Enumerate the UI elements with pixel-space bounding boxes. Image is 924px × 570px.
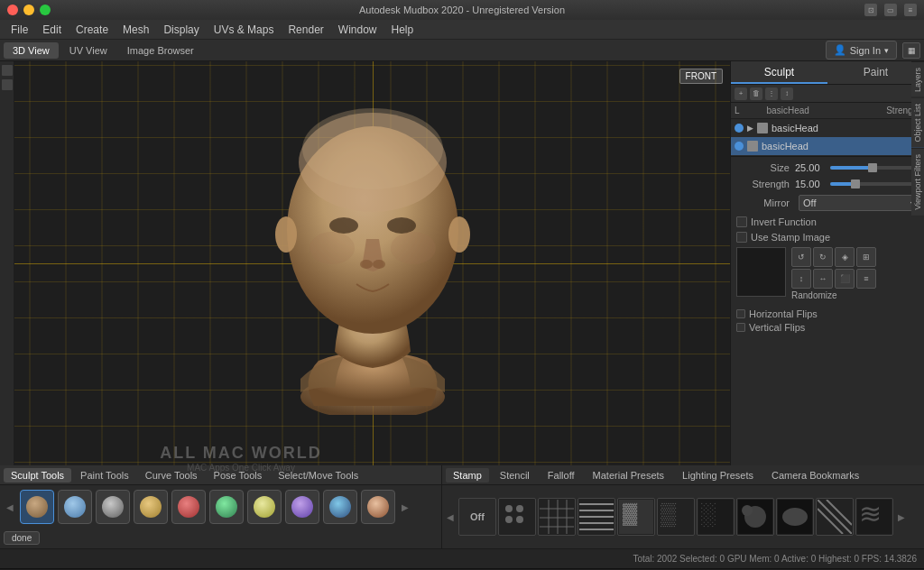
stamp-tab-falloff[interactable]: Falloff bbox=[541, 468, 582, 483]
layer-row-1[interactable]: ▶ basicHead bbox=[731, 119, 924, 137]
stamp-item-lines1[interactable] bbox=[578, 498, 615, 536]
off-label: Off bbox=[470, 511, 485, 522]
layers-toolbar: + 🗑 ⋮ ↕ bbox=[731, 85, 924, 103]
menu-help[interactable]: Help bbox=[384, 22, 421, 38]
side-tab-object-list[interactable]: Object List bbox=[911, 97, 924, 148]
stamp-tab-stamp[interactable]: Stamp bbox=[446, 468, 489, 483]
tools-scroll-right[interactable]: ▶ bbox=[399, 502, 411, 512]
left-strip-btn-1[interactable] bbox=[2, 65, 13, 76]
stamp-tab-stencil[interactable]: Stencil bbox=[493, 468, 537, 483]
stamp-item-blotch2[interactable] bbox=[776, 498, 814, 536]
sculpt-tool-wax[interactable] bbox=[361, 490, 395, 524]
stamp-item-noise2[interactable]: ▒ bbox=[657, 498, 695, 536]
v-flip-checkbox[interactable] bbox=[736, 323, 745, 332]
more-icon[interactable]: ≡ bbox=[904, 4, 917, 16]
layer-visibility-icon[interactable] bbox=[735, 124, 744, 133]
menu-mesh[interactable]: Mesh bbox=[116, 22, 156, 38]
tool-tab-sculpt[interactable]: Sculpt Tools bbox=[4, 468, 71, 483]
add-layer-btn[interactable]: + bbox=[735, 87, 747, 100]
svg-point-14 bbox=[505, 516, 513, 523]
sculpt-tool-push[interactable] bbox=[134, 490, 168, 524]
tool-tab-select[interactable]: Select/Move Tools bbox=[271, 468, 365, 483]
tools-scroll-left[interactable]: ◀ bbox=[4, 502, 16, 512]
stamp-item-noise1[interactable]: ▓ bbox=[617, 498, 655, 536]
prop-invert-checkbox[interactable] bbox=[736, 216, 747, 227]
tab-3d-view[interactable]: 3D View bbox=[4, 42, 59, 59]
sculpt-tool-invert[interactable] bbox=[323, 490, 357, 524]
menu-file[interactable]: File bbox=[4, 22, 35, 38]
side-tab-viewport-filters[interactable]: Viewport Filters bbox=[911, 148, 924, 216]
layer-mesh-icon-2 bbox=[747, 141, 758, 152]
menu-window[interactable]: Window bbox=[331, 22, 384, 38]
sculpt-tool-relax[interactable] bbox=[96, 490, 130, 524]
screen-icon[interactable]: ⊡ bbox=[864, 4, 877, 16]
stamp-ctrl-3[interactable]: ◈ bbox=[835, 247, 855, 267]
layer-row-2[interactable]: basicHead bbox=[731, 137, 924, 155]
tool-tab-paint[interactable]: Paint Tools bbox=[73, 468, 136, 483]
layer-expand-icon[interactable]: ▶ bbox=[747, 124, 753, 133]
layer-visibility-icon-2[interactable] bbox=[735, 142, 744, 151]
stamp-item-blotch1[interactable] bbox=[736, 498, 774, 536]
tab-sculpt[interactable]: Sculpt bbox=[731, 61, 827, 84]
stamp-tab-lighting[interactable]: Lighting Presets bbox=[675, 468, 761, 483]
prop-stamp-checkbox[interactable] bbox=[736, 232, 747, 243]
sculpt-tool-erase[interactable] bbox=[247, 490, 282, 524]
stamp-item-dots[interactable] bbox=[498, 498, 536, 536]
menu-uvs[interactable]: UVs & Maps bbox=[207, 22, 282, 38]
menu-display[interactable]: Display bbox=[156, 22, 206, 38]
delete-layer-btn[interactable]: 🗑 bbox=[750, 87, 762, 100]
stamp-item-wave[interactable]: ≋ bbox=[855, 498, 893, 536]
done-button[interactable]: done bbox=[4, 531, 40, 545]
prop-invert-row: Invert Function bbox=[736, 216, 919, 227]
menu-create[interactable]: Create bbox=[69, 22, 116, 38]
stamp-ctrl-4[interactable]: ⊞ bbox=[856, 247, 876, 267]
stamp-tab-camera[interactable]: Camera Bookmarks bbox=[764, 468, 866, 483]
panel-toggle-button[interactable]: ▦ bbox=[902, 42, 920, 59]
stamp-ctrl-8[interactable]: ≡ bbox=[856, 269, 876, 289]
prop-size-slider[interactable] bbox=[830, 166, 915, 170]
tab-image-browser[interactable]: Image Browser bbox=[118, 42, 203, 59]
stamp-item-grid[interactable] bbox=[538, 498, 576, 536]
prop-strength-slider[interactable] bbox=[830, 182, 915, 186]
viewport-label: FRONT bbox=[679, 69, 723, 84]
tab-uv-view[interactable]: UV View bbox=[60, 42, 116, 59]
prop-mirror-dropdown[interactable]: Off ▾ bbox=[799, 195, 919, 211]
stamp-off[interactable]: Off bbox=[458, 498, 496, 536]
menu-edit[interactable]: Edit bbox=[35, 22, 69, 38]
menu-render[interactable]: Render bbox=[281, 22, 330, 38]
randomize-label[interactable]: Randomize bbox=[791, 290, 919, 300]
minimize-button[interactable] bbox=[23, 5, 34, 15]
tool-tab-curve[interactable]: Curve Tools bbox=[138, 468, 205, 483]
window-icon[interactable]: ▭ bbox=[884, 4, 897, 16]
stamp-scroll-left[interactable]: ◀ bbox=[444, 512, 457, 522]
left-strip-btn-2[interactable] bbox=[2, 79, 13, 90]
side-tab-layers[interactable]: Layers bbox=[911, 61, 924, 97]
layer-options-btn[interactable]: ⋮ bbox=[765, 87, 778, 100]
stamp-tab-material[interactable]: Material Presets bbox=[586, 468, 671, 483]
stamp-ctrl-2[interactable]: ↻ bbox=[813, 247, 833, 267]
layer-move-btn[interactable]: ↕ bbox=[781, 87, 793, 100]
v-flip-label: Vertical Flips bbox=[749, 322, 805, 333]
viewport-3d[interactable]: FRONT bbox=[14, 61, 730, 465]
sculpt-tool-flatten[interactable] bbox=[209, 490, 244, 524]
stamp-ctrl-1[interactable]: ↺ bbox=[791, 247, 811, 267]
sculpt-tool-smooth[interactable] bbox=[58, 490, 92, 524]
sculpt-tool-paint[interactable] bbox=[171, 490, 206, 524]
stamp-ctrl-5[interactable]: ↕ bbox=[791, 269, 811, 289]
stamp-ctrl-6[interactable]: ↔ bbox=[813, 269, 833, 289]
sculpt-tool-sculpt[interactable] bbox=[20, 490, 54, 524]
stamp-item-noise3[interactable]: ░ bbox=[697, 498, 735, 536]
maximize-button[interactable] bbox=[40, 5, 51, 15]
h-flip-checkbox[interactable] bbox=[736, 309, 745, 318]
tab-paint[interactable]: Paint bbox=[827, 61, 924, 84]
stamp-scroll-right[interactable]: ▶ bbox=[895, 512, 908, 522]
sign-in-button[interactable]: 👤 Sign In ▾ bbox=[826, 41, 897, 60]
layer-mesh-icon bbox=[757, 123, 768, 133]
tool-tab-pose[interactable]: Pose Tools bbox=[207, 468, 270, 483]
stamp-item-lines2[interactable] bbox=[816, 498, 854, 536]
sculpt-tool-preset[interactable] bbox=[285, 490, 319, 524]
prop-strength-label: Strength bbox=[736, 179, 795, 189]
close-button[interactable] bbox=[7, 5, 18, 15]
stamp-ctrl-7[interactable]: ⬛ bbox=[835, 269, 855, 289]
svg-text:▒: ▒ bbox=[661, 501, 677, 528]
